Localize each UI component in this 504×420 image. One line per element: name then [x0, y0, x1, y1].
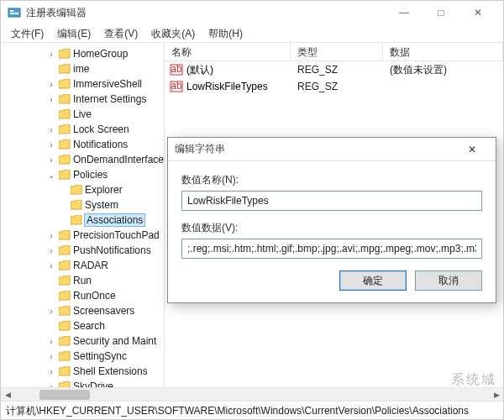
tree-node[interactable]: ›Lock Screen	[1, 122, 164, 137]
tree-node[interactable]: Search	[1, 318, 164, 333]
tree-node[interactable]: Run	[1, 273, 164, 288]
chevron-right-icon[interactable]: ›	[46, 352, 56, 361]
dialog-title: 编辑字符串	[175, 142, 455, 156]
chevron-right-icon[interactable]: ›	[46, 95, 56, 104]
chevron-right-icon[interactable]: ›	[46, 307, 56, 316]
svg-rect-2	[10, 13, 18, 14]
value-row[interactable]: abLowRiskFileTypesREG_SZ	[165, 78, 503, 95]
tree-node-label: Policies	[73, 169, 108, 181]
tree-node-label: SettingSync	[73, 350, 127, 362]
tree-node-label: Associations	[85, 214, 144, 226]
menu-favorites[interactable]: 收藏夹(A)	[144, 24, 202, 43]
tree-node[interactable]: Live	[1, 107, 164, 122]
col-type[interactable]: 类型	[291, 43, 383, 60]
tree-node[interactable]: ›SettingSync	[1, 349, 164, 364]
svg-text:ab: ab	[171, 80, 182, 92]
chevron-right-icon[interactable]: ›	[46, 80, 56, 89]
tree-node-label: SkyDrive	[73, 381, 113, 387]
col-name[interactable]: 名称	[165, 43, 291, 60]
tree-node[interactable]: ›Screensavers	[1, 303, 164, 318]
tree-node[interactable]: ›PrecisionTouchPad	[1, 228, 164, 243]
dialog-close-button[interactable]: ✕	[455, 138, 489, 161]
value-type: REG_SZ	[291, 81, 383, 92]
chevron-right-icon[interactable]: ›	[46, 140, 56, 150]
chevron-right-icon[interactable]: ›	[46, 367, 56, 376]
chevron-right-icon[interactable]: ›	[46, 125, 56, 134]
menu-view[interactable]: 查看(V)	[97, 24, 144, 43]
string-value-icon: ab	[170, 63, 183, 76]
tree-node[interactable]: ›ImmersiveShell	[1, 76, 164, 92]
chevron-right-icon[interactable]: ›	[46, 155, 56, 165]
folder-icon	[59, 139, 71, 150]
dialog-buttons: 确定 取消	[168, 264, 496, 302]
folder-icon	[59, 351, 71, 361]
scroll-track[interactable]	[14, 388, 490, 401]
menu-edit[interactable]: 编辑(E)	[50, 24, 97, 43]
tree-node[interactable]: ›OnDemandInterface	[1, 152, 164, 167]
horizontal-scrollbar[interactable]: ◀ ▶	[1, 387, 503, 401]
tree-node[interactable]: ⌄Policies	[1, 167, 164, 182]
folder-icon	[59, 124, 71, 134]
tree-node-label: OnDemandInterface	[73, 154, 164, 165]
maximize-button[interactable]: □	[423, 1, 459, 24]
scroll-right-icon[interactable]: ▶	[490, 388, 503, 401]
folder-icon	[59, 276, 71, 286]
chevron-right-icon[interactable]: ›	[46, 246, 56, 255]
tree-node[interactable]: ›PushNotifications	[1, 243, 164, 258]
tree-node[interactable]: Associations	[1, 213, 164, 228]
tree-node-label: ImmersiveShell	[73, 78, 142, 90]
value-name-input[interactable]	[181, 191, 482, 211]
chevron-right-icon[interactable]: ›	[46, 50, 56, 59]
folder-icon	[71, 200, 82, 210]
titlebar[interactable]: 注册表编辑器 — □ ✕	[1, 1, 503, 24]
menu-help[interactable]: 帮助(H)	[202, 24, 249, 43]
col-data[interactable]: 数据	[383, 43, 503, 60]
tree-node[interactable]: ›Shell Extensions	[1, 364, 164, 379]
key-tree[interactable]: ›HomeGroupime›ImmersiveShell›Internet Se…	[1, 43, 165, 387]
chevron-right-icon[interactable]: ›	[46, 337, 56, 346]
dialog-titlebar[interactable]: 编辑字符串 ✕	[168, 138, 496, 161]
folder-icon	[59, 306, 71, 316]
minimize-button[interactable]: —	[386, 1, 423, 24]
tree-node[interactable]: ›HomeGroup	[1, 46, 164, 61]
status-bar: 计算机\HKEY_CURRENT_USER\SOFTWARE\Microsoft…	[1, 401, 503, 419]
value-data-label: 数值数据(V):	[181, 221, 482, 235]
value-data-input[interactable]	[181, 239, 482, 259]
scroll-left-icon[interactable]: ◀	[1, 388, 14, 401]
tree-node[interactable]: ime	[1, 61, 164, 76]
tree-node[interactable]: ›Internet Settings	[1, 92, 164, 107]
cancel-button[interactable]: 取消	[415, 270, 482, 291]
folder-icon	[59, 49, 71, 59]
menu-file[interactable]: 文件(F)	[4, 24, 50, 43]
close-button[interactable]: ✕	[459, 1, 496, 24]
tree-node[interactable]: ›Notifications	[1, 137, 164, 152]
tree-node[interactable]: Explorer	[1, 182, 164, 197]
value-data: (数值未设置)	[383, 63, 503, 77]
tree-node[interactable]: ›RADAR	[1, 258, 164, 273]
tree-node-label: PrecisionTouchPad	[73, 229, 160, 241]
edit-string-dialog: 编辑字符串 ✕ 数值名称(N): 数值数据(V): 确定 取消	[167, 137, 496, 303]
chevron-down-icon[interactable]: ⌄	[46, 171, 56, 180]
folder-icon	[59, 381, 71, 387]
folder-icon	[59, 155, 71, 165]
folder-icon	[59, 94, 71, 104]
tree-node-label: HomeGroup	[73, 48, 128, 60]
scroll-thumb[interactable]	[39, 390, 90, 400]
tree-node-label: Screensavers	[73, 305, 134, 317]
value-row[interactable]: ab(默认)REG_SZ(数值未设置)	[165, 61, 503, 78]
svg-text:ab: ab	[171, 63, 182, 75]
menubar: 文件(F) 编辑(E) 查看(V) 收藏夹(A) 帮助(H)	[1, 24, 503, 43]
tree-node-label: PushNotifications	[73, 244, 151, 256]
chevron-right-icon[interactable]: ›	[46, 261, 56, 270]
registry-editor-window: 注册表编辑器 — □ ✕ 文件(F) 编辑(E) 查看(V) 收藏夹(A) 帮助…	[0, 0, 504, 420]
tree-node[interactable]: RunOnce	[1, 288, 164, 303]
tree-node[interactable]: ›Security and Maint	[1, 333, 164, 349]
tree-node[interactable]: System	[1, 197, 164, 213]
value-name: LowRiskFileTypes	[186, 81, 268, 92]
folder-icon	[71, 215, 82, 225]
tree-node-label: RunOnce	[73, 290, 116, 302]
tree-node-label: System	[85, 199, 118, 211]
chevron-right-icon[interactable]: ›	[46, 231, 56, 240]
tree-node[interactable]: ›SkyDrive	[1, 379, 164, 387]
ok-button[interactable]: 确定	[339, 270, 407, 291]
